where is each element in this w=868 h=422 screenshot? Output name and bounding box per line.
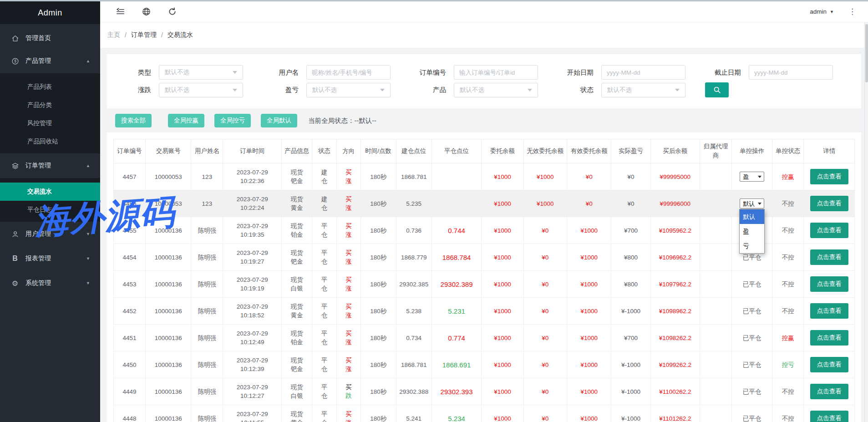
user-menu[interactable]: admin ▼ [810, 8, 834, 15]
status-select[interactable]: 默认不选 [601, 83, 685, 97]
view-detail-button[interactable]: 点击查看 [810, 169, 848, 184]
sidebar-subitem-交易流水[interactable]: 交易流水 [0, 183, 100, 201]
cell-invalid-entrust-balance: ¥0 [523, 405, 567, 422]
view-detail-button[interactable]: 点击查看 [810, 196, 848, 211]
chevron-down-icon: ▼ [86, 256, 90, 261]
cell-user-name: 陈明强 [191, 351, 223, 378]
sidebar-item-system[interactable]: ⚙系统管理▼ [0, 271, 100, 295]
cell-detail: 点击查看 [804, 244, 855, 271]
stacked-text: 2023-07-2910:19:35 [225, 222, 279, 239]
global-win-button[interactable]: 全局控赢 [168, 114, 204, 127]
filter-label: 类型 [108, 68, 159, 77]
sidebar-subitem-风控管理[interactable]: 风控管理 [0, 114, 100, 132]
cell-entrust-balance: ¥1000 [482, 271, 523, 298]
sidebar-subitem-产品回收站[interactable]: 产品回收站 [0, 132, 100, 151]
cell-control-op: 已平仓 [732, 271, 772, 298]
view-detail-button[interactable]: 点击查看 [810, 357, 848, 372]
cell-detail: 点击查看 [804, 271, 855, 298]
cell-actual-profit: ¥-1000 [611, 351, 650, 378]
view-detail-button[interactable]: 点击查看 [810, 223, 848, 238]
sidebar-item-users[interactable]: 用户管理▼ [0, 222, 100, 246]
type-select[interactable]: 默认不选 [159, 65, 243, 80]
breadcrumb-item[interactable]: 主页 [107, 31, 120, 39]
sidebar-item-label: 报表管理 [25, 254, 86, 263]
sidebar: Admin 管理首页$产品管理▲产品列表产品分类风控管理产品回收站订单管理▲交易… [0, 1, 100, 422]
filter-row-2: 涨跌默认不选盈亏默认不选产品默认不选状态默认不选 [108, 82, 860, 97]
more-menu-icon[interactable]: ⋮ [848, 8, 856, 15]
control-select[interactable]: 盈 [740, 172, 764, 182]
search-all-button[interactable]: 搜索全部 [115, 114, 152, 127]
column-header: 建仓点位 [396, 139, 431, 163]
cell-control-state: 不控 [772, 378, 804, 405]
language-globe-icon[interactable] [142, 7, 151, 16]
sidebar-item-label: 管理首页 [25, 34, 90, 42]
select-value: 默认不选 [165, 68, 189, 76]
control-dropdown-option[interactable]: 盈 [740, 224, 764, 239]
username-input[interactable] [306, 65, 391, 80]
stacked-text: 2023-07-2910:12:49 [225, 329, 279, 346]
closed-position-label: 已平仓 [743, 308, 761, 315]
stacked-text: 现货白银 [284, 383, 310, 400]
end-date-input[interactable] [749, 65, 833, 80]
filter-label: 开始日期 [550, 68, 601, 77]
sidebar-subitem-产品分类[interactable]: 产品分类 [0, 96, 100, 114]
order-no-input[interactable] [454, 65, 538, 80]
filter-label: 涨跌 [108, 86, 159, 94]
view-detail-button[interactable]: 点击查看 [810, 384, 848, 399]
control-dropdown-option[interactable]: 默认 [740, 209, 764, 224]
sidebar-item-label: 系统管理 [25, 279, 86, 287]
updown-select[interactable]: 默认不选 [159, 83, 243, 97]
view-detail-button[interactable]: 点击查看 [810, 411, 848, 422]
cell-open-point: 29302.388 [396, 378, 431, 405]
cell-detail: 点击查看 [804, 163, 855, 190]
sidebar-subitem-产品列表[interactable]: 产品列表 [0, 78, 100, 96]
stacked-text: 现货黄金 [284, 195, 310, 212]
view-detail-button[interactable]: 点击查看 [810, 303, 848, 319]
sidebar-subitem-平仓日志[interactable]: 平仓日志 [0, 201, 100, 219]
breadcrumb-item[interactable]: 订单管理 [131, 31, 157, 39]
cell-product-info: 现货黄金 [282, 190, 312, 217]
control-select[interactable]: 默认 [740, 198, 764, 208]
cell-direction: 买涨 [336, 298, 360, 325]
cell-agent [700, 325, 732, 351]
search-button[interactable] [705, 82, 729, 97]
scrollbar[interactable] [864, 22, 868, 422]
cell-time-points: 180秒 [360, 378, 396, 405]
global-default-button[interactable]: 全局默认 [261, 114, 297, 127]
cell-order-time: 2023-07-2910:19:19 [223, 271, 282, 298]
orders-table: 订单编号交易账号用户姓名订单时间产品信息状态方向时间/点数建仓点位平仓点位委托余… [113, 139, 855, 422]
sidebar-item-products[interactable]: $产品管理▲ [0, 49, 100, 73]
cell-time-points: 180秒 [360, 298, 396, 325]
sidebar-item-orders[interactable]: 订单管理▲ [0, 153, 100, 178]
control-dropdown-option[interactable]: 亏 [740, 239, 764, 253]
scrollbar-thumb[interactable] [865, 24, 868, 82]
cell-close-point [431, 190, 482, 217]
product-select[interactable]: 默认不选 [454, 83, 538, 97]
filter-group-status-select: 状态默认不选 [550, 83, 698, 97]
stacked-text: 买涨 [339, 410, 358, 422]
stacked-text: 2023-07-2910:12:39 [225, 356, 279, 373]
view-detail-button[interactable]: 点击查看 [810, 330, 848, 346]
stacked-text: 现货铂金 [284, 329, 310, 346]
view-detail-button[interactable]: 点击查看 [810, 276, 848, 292]
stacked-text: 现货钯金 [284, 249, 310, 266]
topbar-right: admin ▼ ⋮ [810, 8, 860, 15]
start-date-input[interactable] [601, 65, 685, 80]
stacked-text: 平仓 [315, 356, 334, 373]
sidebar-item-home[interactable]: 管理首页 [0, 28, 100, 49]
cell-balance-after-buy: ¥1098262.2 [650, 325, 700, 351]
view-detail-button[interactable]: 点击查看 [810, 249, 848, 265]
cell-open-point: 0.734 [396, 325, 431, 351]
cell-control-state: 不控 [772, 244, 804, 271]
global-lose-button[interactable]: 全局控亏 [214, 114, 251, 127]
cell-order-id: 4454 [114, 244, 146, 271]
profit-select[interactable]: 默认不选 [306, 83, 391, 97]
collapse-sidebar-icon[interactable] [116, 7, 125, 16]
refresh-icon[interactable] [168, 7, 177, 16]
cell-actual-profit: ¥800 [611, 244, 650, 271]
cell-trade-account: 10000053 [145, 190, 191, 217]
stacked-text: 平仓 [315, 410, 334, 422]
cell-actual-profit: ¥-1000 [611, 298, 650, 325]
sidebar-item-reports[interactable]: B报表管理▼ [0, 246, 100, 271]
cell-detail: 点击查看 [804, 298, 855, 325]
